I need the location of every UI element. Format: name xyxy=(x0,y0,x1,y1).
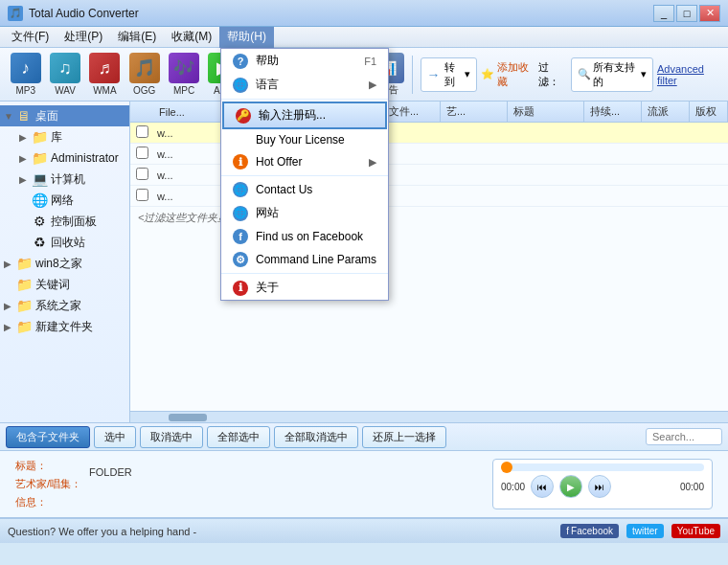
sidebar-item-control-panel[interactable]: ⚙ 控制面板 xyxy=(0,211,129,232)
player-controls: 00:00 ⏮ ▶ ⏭ 00:00 xyxy=(501,475,704,498)
progress-bar[interactable] xyxy=(501,463,704,471)
select-all-button[interactable]: 全部选中 xyxy=(207,426,270,448)
menu-item-language[interactable]: 🌐 语言 ▶ xyxy=(221,73,388,97)
sidebar-item-library[interactable]: ▶ 📁 库 xyxy=(0,126,129,147)
sidebar-item-computer[interactable]: ▶ 💻 计算机 xyxy=(0,169,129,190)
facebook-link[interactable]: f Facebook xyxy=(560,524,619,538)
scrollbar-thumb[interactable] xyxy=(169,414,207,421)
horizontal-scrollbar[interactable] xyxy=(130,411,728,422)
close-button[interactable]: ✕ xyxy=(699,5,720,22)
row-checkbox[interactable] xyxy=(136,147,148,159)
menu-help[interactable]: 帮助(H) xyxy=(219,27,274,48)
menu-edit[interactable]: 编辑(E) xyxy=(110,27,164,48)
filter-area: 过滤： 🔍 所有支持的 ▾ Advanced filter xyxy=(538,57,720,92)
info-panel: 标题： 艺术家/唱集： 信息： FOLDER 00:00 ⏮ ▶ ⏭ 00:00 xyxy=(0,451,728,518)
menu-item-facebook[interactable]: f Find us on Facebook xyxy=(221,225,388,248)
menu-item-contact[interactable]: 🌐 Contact Us xyxy=(221,178,388,201)
win8home-icon: 📁 xyxy=(15,255,33,272)
cmdline-icon: ⚙ xyxy=(233,252,248,267)
format-wav-button[interactable]: ♫ WAV xyxy=(47,51,82,98)
sidebar-item-desktop[interactable]: ▼ 🖥 桌面 xyxy=(0,105,129,126)
wma-icon: ♬ xyxy=(89,53,120,83)
col-size[interactable]: 文件... xyxy=(383,102,441,122)
sidebar-item-recycle[interactable]: ♻ 回收站 xyxy=(0,232,129,253)
sidebar-item-label: 库 xyxy=(51,129,62,146)
menu-process[interactable]: 处理(P) xyxy=(57,27,110,48)
row-checkbox[interactable] xyxy=(136,189,148,201)
status-text: Question? We offer you a helping hand - xyxy=(8,526,196,537)
sidebar-item-syshome[interactable]: ▶ 📁 系统之家 xyxy=(0,295,129,316)
col-artist[interactable]: 艺... xyxy=(441,102,508,122)
col-version[interactable]: 版权 xyxy=(690,102,728,122)
menu-file[interactable]: 文件(F) xyxy=(4,27,57,48)
next-button[interactable]: ⏭ xyxy=(588,475,611,498)
row-checkbox[interactable] xyxy=(136,125,148,138)
tree-expand-icon: ▼ xyxy=(4,111,15,122)
format-mp3-button[interactable]: ♪ MP3 xyxy=(8,51,43,98)
sidebar-item-label: Administrator xyxy=(51,151,119,165)
hot-offer-icon: ℹ xyxy=(233,154,248,170)
toolbar-separator-2 xyxy=(412,56,413,94)
format-wma-button[interactable]: ♬ WMA xyxy=(87,51,123,98)
mpc-icon: 🎶 xyxy=(169,53,199,83)
deselect-all-button[interactable]: 全部取消选中 xyxy=(274,426,358,448)
info-label: 信息： xyxy=(15,495,81,509)
funnel-icon: 🔍 xyxy=(578,68,591,80)
sidebar-item-win8home[interactable]: ▶ 📁 win8之家 xyxy=(0,253,129,274)
play-button[interactable]: ▶ xyxy=(559,475,582,498)
tree-expand-icon: ▶ xyxy=(19,174,31,185)
sidebar-item-label: 控制面板 xyxy=(51,214,97,230)
newfolder-icon: 📁 xyxy=(15,318,33,335)
menu-item-about[interactable]: ℹ 关于 xyxy=(221,276,388,300)
filter-label: 过滤： xyxy=(538,60,567,89)
help-dropdown-menu: ? 帮助 F1 🌐 语言 ▶ 🔑 输入注册码... Buy Your Licen… xyxy=(220,48,389,301)
filter-dropdown[interactable]: 🔍 所有支持的 ▾ xyxy=(571,57,653,92)
search-input[interactable] xyxy=(646,428,722,445)
menu-item-enter-key[interactable]: 🔑 输入注册码... xyxy=(222,102,387,129)
sidebar-item-newfolder[interactable]: ▶ 📁 新建文件夹 xyxy=(0,316,129,337)
control-panel-icon: ⚙ xyxy=(31,213,48,230)
deselect-button[interactable]: 取消选中 xyxy=(140,426,203,448)
library-icon: 📁 xyxy=(31,128,48,146)
advanced-filter-link[interactable]: Advanced filter xyxy=(657,63,720,86)
filter-value: 所有支持的 xyxy=(593,60,639,89)
sidebar-item-network[interactable]: 🌐 网络 xyxy=(0,190,129,211)
format-ogg-button[interactable]: 🎵 OGG xyxy=(126,51,162,98)
restore-selection-button[interactable]: 还原上一选择 xyxy=(362,426,446,448)
sidebar-item-administrator[interactable]: ▶ 📁 Administrator xyxy=(0,147,129,169)
wma-label: WMA xyxy=(93,85,116,96)
maximize-button[interactable]: □ xyxy=(676,5,697,22)
network-icon: 🌐 xyxy=(31,192,48,209)
col-title[interactable]: 标题 xyxy=(508,102,584,122)
youtube-link[interactable]: YouTube xyxy=(671,524,720,538)
menu-separator-1 xyxy=(221,99,388,100)
format-mpc-button[interactable]: 🎶 MPC xyxy=(166,51,201,98)
add-favorites-label: 添加收藏 xyxy=(497,60,535,89)
menu-item-website[interactable]: 🌐 网站 xyxy=(221,201,388,225)
menu-item-contact-label: Contact Us xyxy=(256,183,312,196)
sidebar-item-keywords[interactable]: 📁 关键词 xyxy=(0,274,129,295)
key-icon: 🔑 xyxy=(236,108,251,124)
select-button[interactable]: 选中 xyxy=(94,426,136,448)
admin-folder-icon: 📁 xyxy=(31,149,48,167)
menu-item-facebook-label: Find us on Facebook xyxy=(256,230,363,243)
menu-item-help[interactable]: ? 帮助 F1 xyxy=(221,49,388,73)
col-genre[interactable]: 流派 xyxy=(642,102,690,122)
convert-to-button[interactable]: → 转到 ▾ xyxy=(421,57,478,92)
add-favorites-button[interactable]: ⭐ 添加收藏 xyxy=(481,60,535,89)
minimize-button[interactable]: _ xyxy=(653,5,674,22)
chevron-down-icon: ▾ xyxy=(465,68,470,80)
menu-separator-2 xyxy=(221,175,388,176)
menu-item-buy-license[interactable]: Buy Your License xyxy=(221,129,388,150)
twitter-link[interactable]: twitter xyxy=(626,524,664,538)
row-checkbox[interactable] xyxy=(136,168,148,180)
menu-item-hot-offer[interactable]: ℹ Hot Offer ▶ xyxy=(221,150,388,173)
prev-button[interactable]: ⏮ xyxy=(531,475,554,498)
include-subfolders-button[interactable]: 包含子文件夹 xyxy=(6,426,90,448)
menu-item-cmdline[interactable]: ⚙ Command Line Params xyxy=(221,248,388,271)
progress-thumb[interactable] xyxy=(501,462,512,473)
submenu-arrow-icon: ▶ xyxy=(369,79,376,91)
col-duration[interactable]: 持续... xyxy=(584,102,642,122)
info-values: FOLDER xyxy=(89,459,132,509)
menu-favorites[interactable]: 收藏(M) xyxy=(164,27,219,48)
